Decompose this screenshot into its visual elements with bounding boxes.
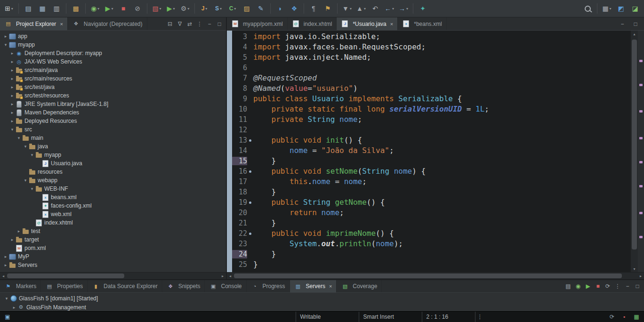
tree-item[interactable]: ▾WEB-INF bbox=[0, 185, 226, 193]
tab-servers[interactable]: ▥Servers× bbox=[290, 280, 337, 292]
expand-arrow-icon[interactable]: ▸ bbox=[3, 254, 8, 259]
expand-arrow-icon[interactable]: ▸ bbox=[9, 51, 15, 56]
debug-perspective-icon[interactable]: ◪ bbox=[628, 2, 642, 15]
code-line[interactable]: 21 } bbox=[232, 218, 630, 228]
new-java-project-icon[interactable]: J bbox=[198, 2, 211, 15]
filter-icon[interactable]: ∇ bbox=[175, 19, 185, 29]
editor-tab--usuario-java[interactable]: J*Usuario.java× bbox=[337, 17, 398, 30]
close-icon[interactable]: × bbox=[329, 283, 332, 289]
external-tools-icon[interactable]: ⚙ bbox=[178, 2, 192, 15]
code-line[interactable]: 5import javax.inject.Named; bbox=[232, 52, 630, 63]
tree-item[interactable]: ▸Servers bbox=[0, 261, 226, 269]
code-line[interactable]: 3import java.io.Serializable; bbox=[232, 32, 630, 42]
explorer-hscrollbar[interactable]: ◂ ▸ bbox=[0, 272, 226, 279]
tree-item[interactable]: ▸Maven Dependencies bbox=[0, 108, 226, 117]
new-class-icon[interactable]: C bbox=[226, 2, 239, 15]
server-item[interactable]: ▾GlassFish 5 [domain1] [Started] bbox=[0, 294, 644, 303]
expand-arrow-icon[interactable]: ▸ bbox=[11, 305, 17, 310]
expand-arrow-icon[interactable]: ▸ bbox=[9, 68, 15, 72]
code-line[interactable]: 11 private String nome; bbox=[232, 114, 630, 125]
code-line[interactable]: 22 public void imprimeNome() { bbox=[232, 228, 630, 239]
tree-item[interactable]: xbeans.xml bbox=[0, 193, 226, 201]
tree-item[interactable]: Mpom.xml bbox=[0, 244, 226, 252]
tab-project-explorer[interactable]: ▤Project Explorer× bbox=[0, 17, 68, 30]
expand-arrow-icon[interactable]: ▾ bbox=[9, 127, 15, 132]
code-line[interactable]: 18 } bbox=[232, 187, 630, 197]
maximize-icon[interactable]: □ bbox=[631, 19, 640, 29]
tree-item[interactable]: ▾myapp bbox=[0, 151, 226, 159]
expand-arrow-icon[interactable]: ▸ bbox=[9, 85, 15, 89]
annotation-mark[interactable] bbox=[639, 185, 643, 187]
expand-arrow-icon[interactable]: ▸ bbox=[9, 76, 15, 81]
tree-item[interactable]: ▾src bbox=[0, 125, 226, 134]
start-server-icon[interactable]: ▶ bbox=[583, 282, 593, 291]
restore-views-icon[interactable]: ▣ bbox=[3, 312, 12, 322]
tray-icon[interactable]: ▦ bbox=[632, 312, 641, 322]
code-line[interactable]: 16 public void setNome(String nome) { bbox=[232, 166, 630, 177]
tree-item[interactable]: ▸src/main/resources bbox=[0, 74, 226, 83]
build-all-icon[interactable]: ▩ bbox=[69, 2, 82, 15]
code-line[interactable]: 10 private static final long serialVersi… bbox=[232, 104, 630, 114]
annotation-mark[interactable] bbox=[639, 110, 643, 113]
code-line[interactable]: 23 System.out.println(nome); bbox=[232, 239, 630, 249]
stop-icon[interactable]: ■ bbox=[117, 2, 130, 15]
new-wizard-icon[interactable]: ⊞ bbox=[2, 2, 16, 15]
tab-console[interactable]: ▣Console bbox=[205, 280, 246, 292]
editor-tab-myapp-pom-xml[interactable]: Mmyapp/pom.xml bbox=[227, 17, 288, 30]
debug-server-icon[interactable]: ◉ bbox=[573, 282, 583, 291]
editor-hscrollbar[interactable]: ◂ ▸ bbox=[227, 272, 644, 279]
annotation-mark[interactable] bbox=[639, 60, 643, 62]
save-all-icon[interactable]: ▦ bbox=[36, 2, 49, 15]
skip-breakpoints-icon[interactable]: ⊘ bbox=[131, 2, 144, 15]
tab-properties[interactable]: ▤Properties bbox=[41, 280, 88, 292]
server-item[interactable]: ▸⚙GlassFish Management bbox=[0, 303, 644, 312]
tab-data-source-explorer[interactable]: ▮Data Source Explorer bbox=[88, 280, 162, 292]
tree-item[interactable]: ▾java bbox=[0, 142, 226, 151]
tree-item[interactable]: ▸target bbox=[0, 235, 226, 244]
next-annotation-icon[interactable]: ▼ bbox=[340, 2, 354, 15]
expand-arrow-icon[interactable]: ▸ bbox=[9, 119, 15, 123]
background-tasks-icon[interactable]: ⟳ bbox=[607, 312, 617, 322]
code-line[interactable]: 8@Named(value="usuario") bbox=[232, 83, 630, 94]
expand-arrow-icon[interactable]: ▸ bbox=[9, 110, 15, 115]
publish-server-icon[interactable]: ⟳ bbox=[603, 282, 612, 291]
tab-progress[interactable]: ◔Progress bbox=[247, 280, 290, 292]
last-edit-location-icon[interactable]: ↶ bbox=[369, 2, 382, 15]
code-line[interactable]: 14 nome = "João da Silva"; bbox=[232, 145, 630, 156]
stop-server-icon[interactable]: ■ bbox=[593, 282, 603, 291]
tree-item[interactable]: xweb.xml bbox=[0, 210, 226, 218]
tree-item[interactable]: ▾webapp bbox=[0, 176, 226, 185]
expand-arrow-icon[interactable]: ▸ bbox=[3, 263, 8, 267]
tab-navigator-deprecated-[interactable]: ❖Navigator (Deprecated) bbox=[68, 17, 147, 30]
new-servlet-icon[interactable]: S bbox=[212, 2, 225, 15]
run-icon[interactable]: ▶ bbox=[103, 2, 116, 15]
tree-item[interactable]: ▾main bbox=[0, 134, 226, 142]
collapse-all-icon[interactable]: ⊟ bbox=[165, 19, 175, 29]
print-icon[interactable]: ▥ bbox=[50, 2, 63, 15]
tab-snippets[interactable]: ❖Snippets bbox=[162, 280, 205, 292]
close-icon[interactable]: × bbox=[390, 21, 393, 27]
tree-item[interactable]: ▸MyP bbox=[0, 252, 226, 261]
code-line[interactable]: 13 public void init() { bbox=[232, 135, 630, 145]
scroll-up-icon[interactable]: ▴ bbox=[631, 31, 638, 37]
code-line[interactable]: 25} bbox=[232, 259, 630, 270]
prev-annotation-icon[interactable]: ▲ bbox=[354, 2, 368, 15]
tree-item[interactable]: ▸Deployed Resources bbox=[0, 117, 226, 125]
editor-tab-index-xhtml[interactable]: @index.xhtml bbox=[288, 17, 337, 30]
forward-icon[interactable]: → bbox=[397, 2, 410, 15]
expand-arrow-icon[interactable]: ▾ bbox=[4, 296, 9, 301]
search-icon[interactable] bbox=[581, 2, 594, 15]
maximize-icon[interactable]: □ bbox=[215, 19, 224, 29]
tree-item[interactable]: ▸test bbox=[0, 227, 226, 235]
code-line[interactable]: 20 return nome; bbox=[232, 208, 630, 218]
back-icon[interactable]: ← bbox=[383, 2, 396, 15]
view-menu-icon[interactable]: ⋮ bbox=[613, 282, 622, 291]
scroll-right-icon[interactable]: ▸ bbox=[219, 274, 226, 278]
minimize-icon[interactable]: − bbox=[205, 19, 214, 29]
expand-arrow-icon[interactable]: ▾ bbox=[29, 186, 35, 191]
minimize-icon[interactable]: − bbox=[623, 282, 632, 291]
scroll-left-icon[interactable]: ◂ bbox=[227, 274, 233, 278]
expand-arrow-icon[interactable]: ▾ bbox=[23, 178, 28, 183]
glassfish-start-icon[interactable]: ◗ bbox=[274, 2, 287, 15]
statusbar-menu-icon[interactable]: ⋮ bbox=[475, 312, 485, 322]
